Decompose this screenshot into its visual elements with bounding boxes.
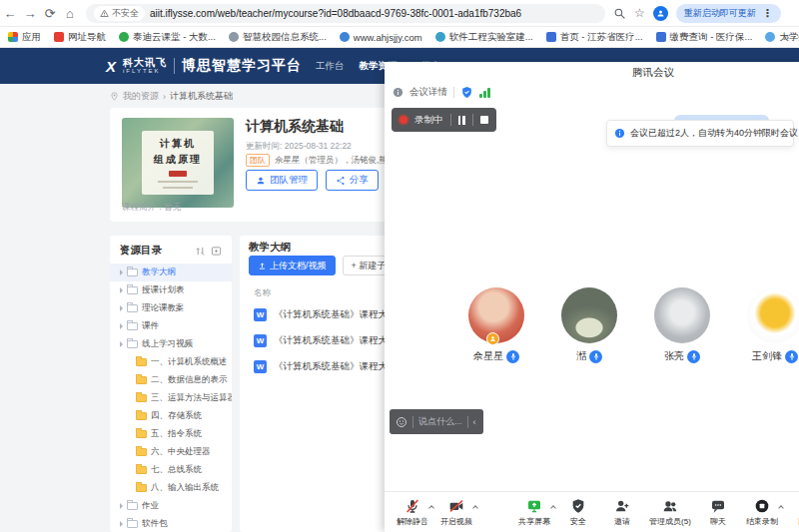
bookmark-item[interactable]: 软件工程实验室建... [435, 31, 533, 44]
breadcrumb-current: 计算机系统基础 [170, 90, 233, 103]
bookmark-star-icon[interactable]: ☆ [634, 6, 645, 20]
bookmark-item[interactable]: 网址导航 [54, 31, 106, 44]
tree-item[interactable]: 教学大纲 [110, 264, 232, 281]
chevron-up-icon[interactable] [778, 505, 784, 511]
tree-item[interactable]: 六、中央处理器 [110, 443, 232, 461]
tree-item[interactable]: 线上学习视频 [110, 335, 232, 353]
tree-item-label: 八、输入输出系统 [151, 482, 219, 494]
tree-item[interactable]: 课件 [110, 317, 232, 335]
meeting-detail-link[interactable]: 会议详情 [409, 86, 447, 99]
toolbar-button[interactable]: 管理成员(5) [644, 498, 696, 527]
tree-item[interactable]: 五、指令系统 [110, 425, 232, 443]
recording-dot-icon [400, 116, 407, 124]
tree-item[interactable]: 七、总线系统 [110, 461, 232, 479]
add-folder-icon[interactable] [211, 246, 222, 257]
chevron-up-icon[interactable] [428, 505, 434, 511]
person-icon [256, 176, 266, 186]
tree-item[interactable]: 四、存储系统 [110, 407, 232, 425]
collapse-icon[interactable]: ‹ [473, 417, 476, 427]
forward-icon[interactable]: → [20, 6, 40, 21]
bookmark-item[interactable]: 首页 - 江苏省医疗... [546, 31, 643, 44]
chevron-up-icon[interactable] [550, 505, 556, 511]
toolbar-button[interactable]: 解除静音 [391, 498, 434, 527]
pause-recording-icon[interactable] [458, 116, 465, 125]
update-chip-label: 重新启动即可更新 [684, 7, 756, 20]
home-icon[interactable]: ⌂ [60, 6, 80, 21]
browser-menu-icon[interactable]: ⋮ [762, 7, 773, 20]
participant[interactable]: 张亮 [654, 287, 710, 363]
breadcrumb: 我的资源 › 计算机系统基础 [110, 90, 233, 103]
meeting-titlebar[interactable]: 腾讯会议 [385, 62, 799, 82]
tree-item[interactable]: 一、计算机系统概述 [110, 353, 232, 371]
back-icon[interactable]: ← [0, 6, 20, 21]
stop-recording-icon[interactable] [480, 116, 488, 124]
emoji-icon[interactable] [396, 416, 407, 428]
address-bar[interactable]: 不安全 aiit.iflysse.com/web/teacher/mycours… [86, 4, 605, 23]
favicon [765, 32, 775, 42]
tree-item[interactable]: 二、数据信息的表示 [110, 371, 232, 389]
tree-item[interactable]: 三、运算方法与运算器 [110, 389, 232, 407]
resource-directory-panel: 资源目录 教学大纲 授课 [110, 236, 232, 532]
info-icon [393, 87, 403, 98]
toolbar-button[interactable]: 聊天 [696, 498, 740, 527]
bookmark-item[interactable]: 泰迪云课堂 - 大数... [119, 31, 216, 44]
search-icon[interactable] [613, 7, 626, 20]
info-icon [614, 128, 625, 139]
folder-icon [136, 358, 147, 366]
breadcrumb-root[interactable]: 我的资源 [123, 90, 159, 103]
avatar [561, 287, 617, 343]
chat-input-placeholder[interactable]: 说点什么... [418, 415, 462, 428]
folder-icon [127, 502, 138, 510]
bookmark-item[interactable]: 应用 [8, 31, 41, 44]
toolbar-label: 安全 [570, 516, 586, 527]
nav-item[interactable]: 工作台 [316, 56, 345, 77]
bookmark-item[interactable]: 缴费查询 - 医疗保... [656, 31, 753, 44]
favicon [54, 32, 64, 42]
participant[interactable]: 王剑锋 [747, 287, 799, 363]
cover-red-chip [169, 171, 187, 177]
toolbar-button[interactable]: 共享屏幕 [512, 498, 556, 527]
toolbar-button[interactable]: 回应 [784, 498, 799, 527]
toolbar-button[interactable]: 结束录制 [740, 498, 784, 527]
share-button[interactable]: 分享 [326, 170, 379, 191]
bookmarks-overflow-icon[interactable]: » [783, 31, 789, 43]
bookmark-item[interactable]: www.ahjsjjy.com [340, 32, 422, 43]
participant[interactable]: 佘星星 [468, 287, 524, 363]
shield-check-icon[interactable] [460, 86, 473, 99]
participant[interactable]: 湉 [561, 287, 617, 363]
location-pin-icon [110, 92, 119, 101]
toolbar-label: 聊天 [710, 516, 726, 527]
update-chip[interactable]: 重新启动即可更新 ⋮ [676, 4, 781, 23]
security-chip[interactable]: 不安全 [94, 6, 145, 21]
folder-icon [136, 448, 147, 456]
reload-icon[interactable]: ⟳ [40, 6, 60, 21]
tree-item[interactable]: 软件包 [110, 515, 232, 532]
team-manage-button[interactable]: 团队管理 [246, 170, 318, 191]
tree-item-label: 七、总线系统 [151, 464, 202, 476]
tree-item[interactable]: 作业 [110, 497, 232, 515]
toolbar-button[interactable]: 安全 [556, 498, 600, 527]
toolbar-icon [448, 498, 464, 514]
favicon [8, 32, 18, 42]
toolbar-button[interactable]: 开启视频 [434, 498, 478, 527]
quick-chat-bar[interactable]: 说点什么... ‹ [390, 409, 483, 434]
folder-icon [136, 484, 147, 492]
brand-name-en: iFLYTEK [123, 68, 167, 74]
chevron-up-icon[interactable] [472, 505, 478, 511]
profile-avatar[interactable] [653, 6, 668, 21]
toolbar-button[interactable]: 邀请 [600, 498, 644, 527]
upload-button[interactable]: 上传文档/视频 [249, 256, 336, 275]
brand-divider [174, 58, 175, 74]
sort-icon[interactable] [195, 246, 206, 257]
tree-item-label: 六、中央处理器 [151, 446, 211, 458]
product-title: 博思智慧学习平台 [182, 57, 302, 75]
folder-icon [127, 520, 138, 528]
tree-item[interactable]: 理论课教案 [110, 299, 232, 317]
tree-item[interactable]: 授课计划表 [110, 281, 232, 299]
bookmark-item[interactable]: 智慧校园信息系统... [229, 31, 327, 44]
chevron-right-icon [120, 521, 123, 527]
tree-item-label: 软件包 [142, 518, 168, 530]
tree-item-label: 作业 [142, 500, 159, 512]
favicon [119, 32, 129, 42]
tree-item[interactable]: 八、输入输出系统 [110, 479, 232, 497]
